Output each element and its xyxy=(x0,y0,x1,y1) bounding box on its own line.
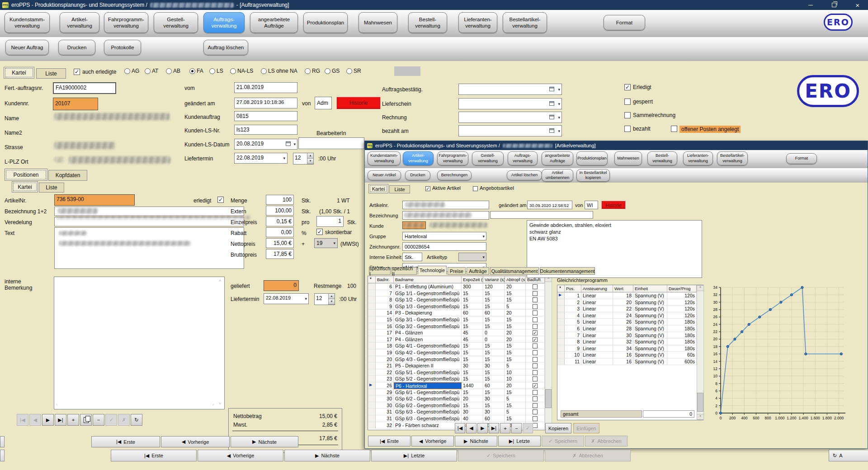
filter-icon[interactable]: ▼ xyxy=(368,276,376,283)
badluft-checkbox[interactable] xyxy=(533,284,538,289)
badluft-checkbox[interactable] xyxy=(533,423,538,428)
w2-nav-tab-angearbeiteteaufträge[interactable]: angearbeitete Aufträge xyxy=(542,151,573,165)
bath-table-cell[interactable]: GSp 4/3 - Gegenstromfließspü xyxy=(394,356,462,363)
checkbox-bezahlt[interactable] xyxy=(624,126,631,132)
w2-nav-tab-bestellartikel[interactable]: Bestellartikel- verwaltung xyxy=(717,151,748,165)
tech-tab-preise[interactable]: Preise xyxy=(448,267,466,275)
bath-table-cell[interactable]: 15 xyxy=(483,389,505,396)
bath-table-cell[interactable]: 15 xyxy=(462,290,483,297)
w2-checkbox-angebotsartikel[interactable] xyxy=(473,186,478,191)
bath-table-row[interactable]: 9GSp 1/3 - Gegenstromfließspü15155 xyxy=(368,303,545,310)
bath-table-row[interactable]: 17P4 - Glänzen45020✓ xyxy=(368,329,545,336)
w2-toolbar-artikel-löschen[interactable]: Artikel löschen xyxy=(507,170,542,180)
radio-gs[interactable] xyxy=(325,68,330,74)
liefertermin-field[interactable]: 22.08.2019▾ xyxy=(234,153,288,164)
einzelpreis-field[interactable]: 0,15 € xyxy=(266,216,294,226)
rectifier-table-cell[interactable]: Spannung (V) xyxy=(633,352,667,358)
w2-einheit-field[interactable]: Stk. xyxy=(402,253,422,261)
minimize-button[interactable] xyxy=(800,0,821,10)
badluft-checkbox[interactable] xyxy=(533,297,538,302)
bath-table-cell[interactable] xyxy=(526,303,545,310)
bath-table-cell[interactable]: GSp 1/2 - Gegenstromfließspü xyxy=(394,296,462,303)
bath-table-cell[interactable]: 15 xyxy=(505,316,526,323)
spin-up-icon[interactable]: ▲ xyxy=(307,153,313,159)
rectifier-table-cell[interactable]: 2 xyxy=(565,299,581,306)
nettopreis-field[interactable]: 15,00 € xyxy=(266,238,294,248)
scroll-down-button[interactable]: ˅ xyxy=(697,414,704,420)
rectifier-table-cell[interactable]: Linear xyxy=(581,358,613,365)
w2-von-user-field[interactable]: WI xyxy=(585,201,598,209)
w1-nav-tab-angearbeiteteaufträge[interactable]: angearbeitete Aufträge xyxy=(250,12,298,33)
tab-positionen[interactable]: Positionen xyxy=(5,169,47,181)
nav-vorherige-button[interactable]: ◀Vorherige xyxy=(198,450,283,461)
bath-table-cell[interactable]: 20 xyxy=(505,382,526,389)
rectifier-table-cell[interactable]: Linear xyxy=(581,352,613,358)
w2-nav-tab-produktionsplan[interactable]: Produktionsplan xyxy=(576,151,608,165)
bath-table-cell[interactable]: 60 xyxy=(483,310,505,316)
checkbox-sammelrechnung[interactable] xyxy=(624,112,631,118)
bath-table-cell[interactable]: 45 xyxy=(462,336,483,343)
bath-table-cell[interactable]: ✓ xyxy=(526,329,545,336)
w1-format-button[interactable]: Format xyxy=(604,15,645,30)
bath-table-cell[interactable]: GSp 3/2 - Gegenstromfließspü xyxy=(394,323,462,330)
w1-nav-tab-auftrags[interactable]: Auftrags- verwaltung xyxy=(203,12,245,33)
rectifier-table-cell[interactable]: 120s xyxy=(667,299,697,306)
w2-toolbar-neuer-artikel[interactable]: Neuer Artikel xyxy=(368,170,401,180)
w2-checkbox-aktive-artikel[interactable]: ✓ xyxy=(425,186,430,191)
w1-nav-tab-mahnwesen[interactable]: Mahnwesen xyxy=(359,12,397,33)
status-field-lieferschein[interactable]: ▾ xyxy=(458,98,562,109)
bath-table-cell[interactable]: 5 xyxy=(505,303,526,310)
bath-table-cell[interactable]: 15 xyxy=(505,290,526,297)
vom-field[interactable]: 21.08.2019 xyxy=(234,82,297,93)
von-user-field[interactable]: Adm xyxy=(315,97,332,109)
w1-toolbar-neuer-auftrag[interactable]: Neuer Auftrag xyxy=(5,40,49,55)
bath-table-cell[interactable]: 15 xyxy=(462,369,483,376)
menge-field[interactable]: 100 xyxy=(266,195,294,205)
bath-table-row[interactable]: ▶26P6 - Harteloxal14406020✓ xyxy=(368,382,545,389)
rectifier-table-cell[interactable]: Linear xyxy=(581,299,613,306)
spin-down-icon[interactable]: ▼ xyxy=(307,159,313,164)
bath-table-cell[interactable]: 15 xyxy=(462,402,483,409)
bath-table-cell[interactable] xyxy=(526,376,545,382)
bath-table-header-2[interactable]: Badname xyxy=(394,276,462,283)
w2-format-button[interactable]: Format xyxy=(786,153,817,164)
bath-table-cell[interactable]: 15 xyxy=(483,369,505,376)
badluft-checkbox[interactable] xyxy=(533,317,538,322)
bath-table-cell[interactable]: 16 xyxy=(376,323,394,330)
badluft-checkbox[interactable] xyxy=(533,324,538,329)
rectifier-table-cell[interactable]: 180s xyxy=(667,345,697,352)
bath-table-row[interactable]: 18GSp 4/1 - Gegenstromfließspü151515 xyxy=(368,343,545,349)
recnav-last-button[interactable]: ▶| xyxy=(489,423,499,433)
rectifier-table-cell[interactable]: 20 xyxy=(613,299,633,306)
recnav-refresh-button[interactable]: ↻ xyxy=(131,414,142,426)
recnav-add-button[interactable]: + xyxy=(67,414,79,426)
bath-table-cell[interactable]: GSp 4/1 - Gegenstromfließspü xyxy=(394,343,462,349)
bath-table-cell[interactable]: 18 xyxy=(376,343,394,349)
rectifier-table-cell[interactable]: 9 xyxy=(565,345,581,352)
w2-geaendert-field[interactable]: 30.09.2020 12:58:52 xyxy=(527,201,572,209)
w1-nav-tab-fahrprogramm[interactable]: Fahrprogramm- verwaltung xyxy=(104,12,148,33)
scroll-up-button[interactable]: ˄ xyxy=(697,285,704,291)
scroll-down-icon[interactable]: ˅ xyxy=(219,401,221,406)
bath-table-row[interactable]: 8GSp 1/2 - Gegenstromfließspü151515 xyxy=(368,296,545,303)
rectifier-table-cell[interactable]: Spannung (V) xyxy=(633,338,667,345)
scroll-up-icon[interactable]: ˄ xyxy=(219,278,221,283)
w2-nav-tab-bestell[interactable]: Bestell- verwaltung xyxy=(647,151,677,165)
bath-table-cell[interactable]: 20 xyxy=(505,329,526,336)
rectifier-table-row[interactable]: 5Linear26Spannung (V)180s xyxy=(557,319,697,325)
bearbeiter-field[interactable] xyxy=(298,137,364,149)
bath-table-cell[interactable]: 15 xyxy=(462,349,483,356)
kunden-ls-datum-field[interactable]: 20.08.2019▾ xyxy=(234,139,297,150)
recnav-next-button[interactable]: ▶ xyxy=(42,414,54,426)
w2-nav-tab-fahrprogramm[interactable]: Fahrprogramm- verwaltung xyxy=(437,151,468,165)
chevron-down-icon[interactable]: ▾ xyxy=(558,87,560,92)
w2-tab-kartei[interactable]: Kartei xyxy=(368,184,388,193)
historie-button[interactable]: Historie xyxy=(336,97,381,109)
recnav-add-button[interactable]: + xyxy=(500,423,510,433)
spin-down-icon[interactable]: ▼ xyxy=(329,299,335,305)
bath-table-cell[interactable]: 22 xyxy=(376,369,394,376)
rectifier-table-cell[interactable]: 120s xyxy=(667,306,697,312)
w1-nav-tab-lieferanten[interactable]: Lieferanten- verwaltung xyxy=(458,12,497,33)
tech-tab-spezifisch-ii[interactable]: spezifisch II xyxy=(392,267,417,275)
bath-table-cell[interactable]: 15 xyxy=(462,343,483,349)
